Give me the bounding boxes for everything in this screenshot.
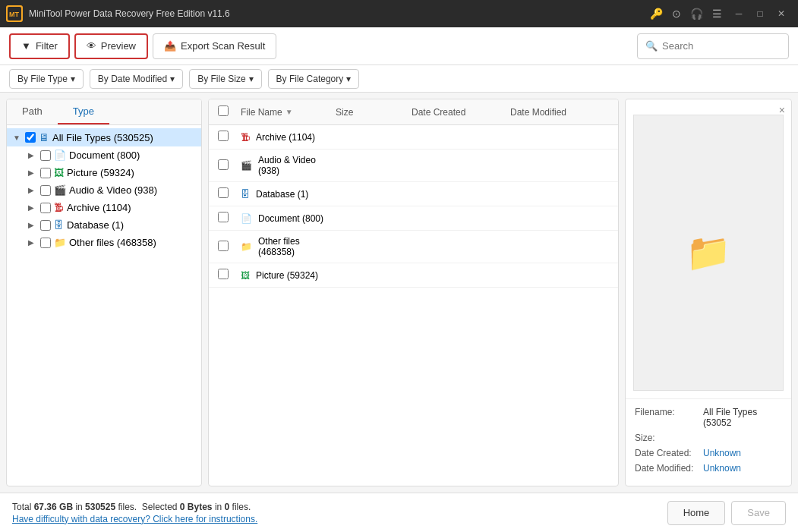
sort-arrow-icon: ▼ (285, 108, 293, 116)
file-list: 🗜 Archive (1104) 🎬 Audio & Video (938) (209, 125, 618, 486)
file-row-picture[interactable]: 🖼 Picture (59324) (209, 263, 618, 288)
filter-label: Filter (36, 40, 58, 52)
other-row-icon: 📁 (241, 241, 252, 252)
file-row-other[interactable]: 📁 Other files (468358) (209, 231, 618, 263)
filter-date-modified-label: By Date Modified (98, 74, 167, 84)
chevron-down-icon-2: ▾ (170, 74, 175, 84)
av-icon: 🎬 (54, 184, 66, 196)
modified-column-label: Date Modified (510, 107, 566, 118)
file-row-doc[interactable]: 📄 Document (800) (209, 206, 618, 231)
tree-item-other[interactable]: ▶ 📁 Other files (468358) (7, 234, 201, 251)
file-row-av[interactable]: 🎬 Audio & Video (938) (209, 150, 618, 182)
middle-panel: File Name ▼ Size Date Created Date Modif… (208, 99, 619, 486)
expander-icon-db: ▶ (28, 221, 37, 229)
row-checkbox-doc[interactable] (218, 212, 229, 222)
right-panel: × 📁 Filename: All File Types (53052 Size… (625, 99, 792, 486)
info-row-filename: Filename: All File Types (53052 (635, 407, 782, 428)
help-link[interactable]: Have difficulty with data recovery? Clic… (12, 514, 257, 524)
tree-item-document[interactable]: ▶ 📄 Document (800) (7, 146, 201, 164)
row-checkbox-picture[interactable] (218, 269, 229, 279)
file-info: Filename: All File Types (53052 Size: Da… (626, 398, 791, 486)
folder-icon: 🖥 (39, 131, 49, 143)
row-checkbox-db[interactable] (218, 187, 229, 198)
expander-icon-archive: ▶ (28, 203, 37, 212)
close-preview-button[interactable]: × (779, 104, 785, 116)
select-all-checkbox[interactable] (218, 105, 229, 116)
row-checkbox-other[interactable] (218, 241, 229, 251)
filter-file-type-label: By File Type (17, 74, 68, 84)
file-row-archive[interactable]: 🗜 Archive (1104) (209, 125, 618, 150)
size-info-label: Size: (635, 433, 703, 443)
filter-date-modified[interactable]: By Date Modified ▾ (90, 69, 183, 89)
status-info: Total 67.36 GB in 530525 files. Selected… (12, 502, 257, 524)
tab-path[interactable]: Path (7, 99, 58, 124)
filter-icon: ▼ (21, 40, 31, 52)
doc-checkbox[interactable] (40, 150, 51, 161)
left-panel: Path Type ▼ 🖥 All File Types (530525) ▶ … (6, 99, 202, 486)
pic-row-name: Picture (59324) (256, 270, 318, 281)
filter-button[interactable]: ▼ Filter (9, 33, 70, 59)
maximize-button[interactable]: □ (749, 3, 771, 24)
preview-folder-icon: 📁 (686, 231, 731, 274)
filter-file-type[interactable]: By File Type ▾ (9, 69, 84, 89)
status-buttons: Home Save (667, 501, 786, 525)
chevron-down-icon-4: ▾ (346, 74, 351, 84)
av-checkbox[interactable] (40, 185, 51, 196)
preview-button[interactable]: 👁 Preview (74, 33, 148, 59)
close-button[interactable]: ✕ (771, 3, 792, 24)
key-icon[interactable]: 🔑 (650, 8, 663, 20)
search-input[interactable] (662, 40, 781, 52)
tab-type[interactable]: Type (58, 99, 109, 124)
filename-info-value: All File Types (53052 (703, 407, 782, 428)
minimize-button[interactable]: ─ (728, 3, 749, 24)
tree-item-av-label: Audio & Video (938) (69, 184, 157, 196)
archive-checkbox[interactable] (40, 203, 51, 213)
tree-root[interactable]: ▼ 🖥 All File Types (530525) (7, 128, 201, 146)
preview-icon: 👁 (87, 40, 96, 52)
header-modified: Date Modified (510, 107, 609, 118)
other-checkbox[interactable] (40, 238, 51, 248)
root-checkbox[interactable] (25, 132, 36, 143)
chevron-down-icon-3: ▾ (249, 74, 254, 84)
menu-icon[interactable]: ☰ (712, 8, 722, 20)
db-row-icon: 🗄 (241, 189, 250, 200)
tree-item-database-label: Database (1) (67, 219, 124, 231)
export-button[interactable]: 📤 Export Scan Result (153, 33, 276, 59)
status-bar: Total 67.36 GB in 530525 files. Selected… (0, 493, 798, 532)
pic-row-icon: 🖼 (241, 270, 250, 281)
db-checkbox[interactable] (40, 220, 51, 231)
pic-checkbox[interactable] (40, 168, 51, 178)
db-icon: 🗄 (54, 219, 64, 231)
av-row-icon: 🎬 (241, 160, 252, 171)
filter-file-size[interactable]: By File Size ▾ (189, 69, 261, 89)
archive-row-name: Archive (1104) (256, 132, 315, 143)
titlebar-icons: 🔑 ⊙ 🎧 ☰ (650, 8, 722, 20)
headphone-icon[interactable]: 🎧 (690, 8, 703, 20)
filter-file-category-label: By File Category (276, 74, 344, 84)
circle-icon[interactable]: ⊙ (672, 8, 681, 20)
header-check (218, 105, 241, 118)
row-checkbox-archive[interactable] (218, 131, 229, 141)
export-icon: 📤 (164, 40, 176, 52)
tab-bar: Path Type (7, 99, 201, 125)
file-row-db[interactable]: 🗄 Database (1) (209, 182, 618, 206)
tree-item-archive-label: Archive (1104) (67, 202, 131, 213)
app-title: MiniTool Power Data Recovery Free Editio… (29, 8, 650, 19)
tree-item-archive[interactable]: ▶ 🗜 Archive (1104) (7, 199, 201, 216)
home-button[interactable]: Home (667, 501, 726, 525)
row-checkbox-av[interactable] (218, 159, 229, 170)
save-button[interactable]: Save (731, 501, 786, 525)
search-icon: 🔍 (645, 40, 658, 52)
doc-row-name: Document (800) (258, 213, 323, 224)
created-info-value: Unknown (703, 448, 741, 458)
tree-item-other-label: Other files (468358) (69, 237, 156, 248)
size-column-label: Size (336, 107, 353, 118)
tree-item-audio-video[interactable]: ▶ 🎬 Audio & Video (938) (7, 181, 201, 199)
header-filename: File Name ▼ (241, 107, 336, 118)
pic-icon: 🖼 (54, 167, 64, 178)
tree-item-picture[interactable]: ▶ 🖼 Picture (59324) (7, 164, 201, 181)
window-controls: ─ □ ✕ (728, 3, 792, 24)
filter-file-category[interactable]: By File Category ▾ (268, 69, 360, 89)
tree-item-database[interactable]: ▶ 🗄 Database (1) (7, 216, 201, 234)
export-label: Export Scan Result (181, 40, 265, 52)
